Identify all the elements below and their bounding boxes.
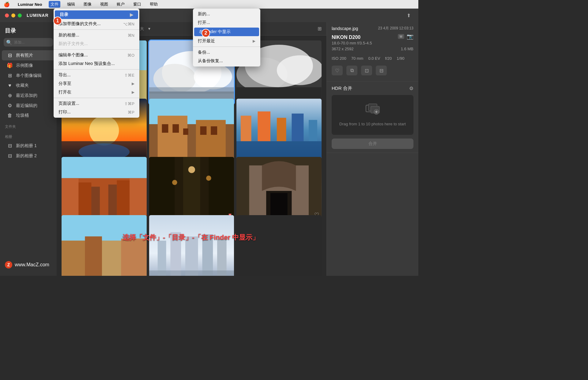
open-in-arrow: ▶ bbox=[132, 90, 134, 94]
menu-item-print[interactable]: 打印... ⌘P bbox=[54, 108, 139, 116]
account-menu-trigger[interactable]: 账户 bbox=[115, 1, 126, 8]
trash-icon: 🗑 bbox=[7, 113, 13, 118]
hdr-section: HDR 合并 ⚙ Drag from 1 to bbox=[327, 82, 418, 153]
svg-point-52 bbox=[206, 176, 211, 181]
hdr-drop-area[interactable]: Drag from 1 to 10 photos here to start bbox=[332, 95, 413, 135]
svg-rect-35 bbox=[277, 118, 286, 141]
sidebar-search-box[interactable]: 🔍 bbox=[4, 38, 53, 47]
menu-item-add-presets[interactable]: 添加 Luminar Neo 预设集合... bbox=[54, 59, 139, 68]
sidebar-item-single-edit[interactable]: ⊞ 单个图像编辑 bbox=[2, 70, 55, 81]
menu-item-add-folder[interactable]: 添加带图像的文件夹... ⌥⌘N bbox=[54, 20, 139, 28]
photo-cell-5[interactable] bbox=[236, 99, 322, 162]
apple-menu[interactable]: 🍎 bbox=[4, 2, 10, 7]
catalog-open-recent[interactable]: 打开最近 ▶ bbox=[193, 37, 260, 45]
catalog-divider bbox=[193, 47, 260, 47]
catalog-open[interactable]: 打开... bbox=[193, 18, 260, 27]
export-shortcut: ⇧⌘E bbox=[124, 73, 134, 78]
new-album-label: 新的相册... bbox=[58, 32, 79, 38]
catalog-menu-label: 目录 bbox=[60, 12, 68, 17]
hdr-merge-button[interactable]: 合并 bbox=[332, 139, 413, 149]
menu-item-export[interactable]: 导出... ⇧⌘E bbox=[54, 71, 139, 79]
recently-added-icon: ⊕ bbox=[7, 93, 13, 98]
sidebar-item-recently-added[interactable]: ⊕ 最近添加的 bbox=[2, 90, 55, 101]
svg-rect-42 bbox=[130, 178, 147, 221]
catalog-backup[interactable]: 备份... bbox=[193, 48, 260, 57]
svg-rect-61 bbox=[85, 236, 102, 276]
svg-rect-29 bbox=[183, 128, 188, 135]
svg-rect-33 bbox=[241, 116, 251, 141]
hdr-title: HDR 合并 bbox=[332, 86, 352, 91]
camera-icon: 📷 bbox=[407, 33, 413, 40]
svg-rect-65 bbox=[185, 236, 198, 276]
sidebar-item-recently-edited[interactable]: ⚙ 最近编辑的 bbox=[2, 101, 55, 111]
minimize-button[interactable] bbox=[11, 13, 15, 17]
view-menu-trigger[interactable]: 视图 bbox=[98, 1, 110, 8]
photo-cell-4[interactable] bbox=[149, 99, 234, 162]
edit-menu-trigger[interactable]: 编辑 bbox=[65, 1, 77, 8]
search-input[interactable] bbox=[14, 40, 51, 44]
compare-action-icon[interactable]: ⊡ bbox=[361, 66, 372, 75]
search-icon: 🔍 bbox=[6, 40, 12, 45]
watermark-url: www.MacZ.com bbox=[15, 262, 49, 268]
exif-focal: 70 mm bbox=[351, 56, 364, 61]
hdr-settings-icon[interactable]: ⚙ bbox=[409, 86, 413, 91]
album-1-icon: ⊟ bbox=[7, 143, 13, 149]
file-menu-trigger[interactable]: 文件 bbox=[49, 1, 60, 8]
menu-item-catalog[interactable]: 目录 ▶ bbox=[55, 10, 138, 19]
photo-cell-10[interactable] bbox=[149, 215, 234, 276]
close-button[interactable] bbox=[5, 13, 9, 17]
add-folder-shortcut: ⌥⌘N bbox=[123, 22, 134, 26]
instruction-text: 选择「文件」-「目录」-「在 Finder 中显示」 bbox=[61, 233, 320, 242]
app-name-menu[interactable]: Luminar Neo bbox=[16, 2, 44, 7]
print-label: 打印... bbox=[58, 109, 71, 115]
heart-action-icon[interactable]: ♡ bbox=[332, 66, 343, 75]
sidebar-item-favorites[interactable]: ♥ 收藏夹 bbox=[2, 81, 55, 90]
photo-cell-6[interactable] bbox=[62, 157, 147, 221]
camera-model: NIKON D200 bbox=[332, 35, 360, 40]
svg-point-11 bbox=[194, 64, 232, 89]
catalog-submenu[interactable]: 新的... 打开... 在 Finder 中显示 打开最近 ▶ 备份... 从备… bbox=[193, 9, 260, 66]
image-menu-trigger[interactable]: 图像 bbox=[82, 1, 93, 8]
svg-rect-26 bbox=[196, 120, 225, 162]
svg-rect-56 bbox=[270, 193, 288, 218]
sidebar-item-album-1[interactable]: ⊟ 新的相册 1 bbox=[2, 141, 55, 151]
add-folder-label: 添加带图像的文件夹... bbox=[58, 21, 101, 27]
help-menu-trigger[interactable]: 帮助 bbox=[148, 1, 160, 8]
catalog-show-in-finder[interactable]: 在 Finder 中显示 bbox=[194, 28, 259, 36]
share-button[interactable]: ⬆ bbox=[404, 10, 413, 20]
dimensions-info: 3672 x 2592 bbox=[332, 47, 354, 51]
menu-item-open-in[interactable]: 打开在 ▶ bbox=[54, 88, 139, 97]
sidebar-item-sample-images[interactable]: 🎁 示例图像 bbox=[2, 60, 55, 70]
menu-item-share[interactable]: 分享至 ▶ bbox=[54, 79, 139, 88]
svg-rect-41 bbox=[62, 178, 79, 221]
watermark-icon: Z bbox=[5, 261, 12, 268]
window-menu-trigger[interactable]: 窗口 bbox=[131, 1, 143, 8]
sidebar-item-album-2[interactable]: ⊟ 新的相册 2 bbox=[2, 151, 55, 161]
svg-point-20 bbox=[89, 116, 119, 146]
album-2-icon: ⊟ bbox=[7, 153, 13, 159]
exif-shutter: 1/90 bbox=[397, 56, 404, 61]
svg-rect-37 bbox=[309, 120, 317, 141]
photo-cell-7[interactable]: ♥ bbox=[149, 157, 234, 221]
menu-item-edit-single[interactable]: 编辑单个图像... ⌘O bbox=[54, 51, 139, 59]
sidebar-item-trash[interactable]: 🗑 垃圾桶 bbox=[2, 111, 55, 120]
photo-cell-11[interactable] bbox=[236, 215, 322, 276]
album-section-label: 相册 bbox=[0, 131, 57, 141]
grid-layout-icon[interactable]: ⊞ bbox=[318, 26, 322, 32]
file-date: 23 4月 2009 12:03:13 bbox=[378, 26, 413, 31]
svg-rect-34 bbox=[258, 112, 271, 141]
more-action-icon[interactable]: ⊟ bbox=[376, 66, 387, 75]
menu-item-page-setup[interactable]: 页面设置... ⇧⌘P bbox=[54, 99, 139, 108]
copy-action-icon[interactable]: ⧉ bbox=[346, 66, 357, 75]
catalog-restore[interactable]: 从备份恢复... bbox=[193, 57, 260, 65]
photo-cell-8[interactable]: ♡ bbox=[236, 157, 322, 221]
menu-item-new-album[interactable]: 新的相册... ⌘N bbox=[54, 31, 139, 40]
photo-cell-9[interactable] bbox=[62, 215, 147, 276]
catalog-new[interactable]: 新的... bbox=[193, 10, 260, 18]
maximize-button[interactable] bbox=[18, 13, 22, 17]
menu-item-new-subfolder: 新的子文件夹... bbox=[54, 40, 139, 48]
file-menu-dropdown[interactable]: 目录 ▶ 添加带图像的文件夹... ⌥⌘N 新的相册... ⌘N 新的子文件夹.… bbox=[54, 9, 139, 118]
sidebar-item-all-photos[interactable]: ⊟ 所有照片 bbox=[2, 50, 55, 60]
page-setup-shortcut: ⇧⌘P bbox=[124, 101, 134, 106]
catalog-arrow: ▶ bbox=[130, 12, 133, 17]
